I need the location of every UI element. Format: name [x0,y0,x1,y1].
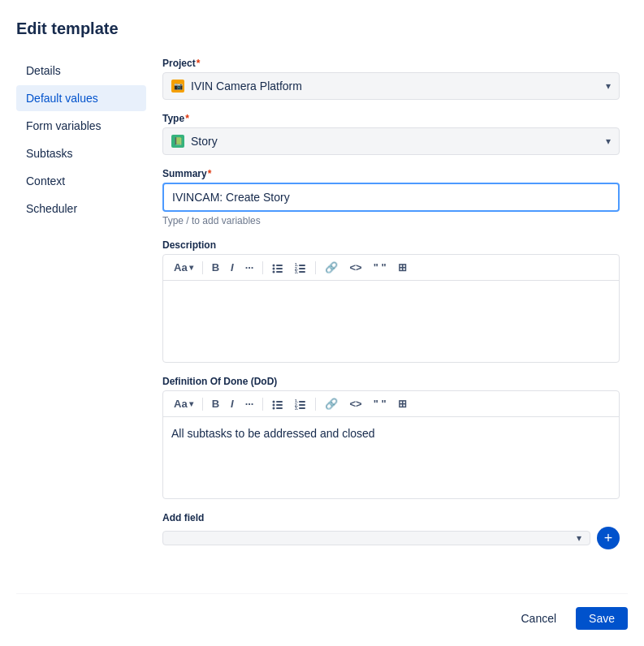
sidebar-item-context[interactable]: Context [16,168,146,194]
dod-toolbar: Aa ▾ B I ··· 1.2.3. [163,391,619,417]
page-title: Edit template [16,19,628,38]
svg-rect-17 [276,407,283,409]
chevron-down-icon: ▾ [577,532,581,544]
description-bullet-list-button[interactable] [268,261,287,275]
toolbar-separator-3 [315,261,316,274]
svg-rect-3 [276,268,283,269]
dod-italic-button[interactable]: I [227,396,238,411]
project-value: IVIN Camera Platform [191,80,302,93]
toolbar-separator-1 [202,261,203,274]
svg-rect-11 [299,271,305,273]
svg-rect-13 [276,401,283,403]
dod-field-group: Definition Of Done (DoD) Aa ▾ B I ··· [162,376,620,499]
svg-rect-5 [276,271,283,273]
dod-quote-button[interactable]: " " [370,396,391,411]
description-ordered-list-button[interactable]: 1.2.3. [291,261,310,275]
project-dropdown[interactable]: 📷 IVIN Camera Platform ▾ [162,72,620,100]
add-field-dropdown[interactable]: ▾ [162,531,590,545]
sidebar-item-scheduler[interactable]: Scheduler [16,196,146,222]
dod-table-button[interactable]: ⊞ [394,396,411,411]
dod-bold-button[interactable]: B [208,396,223,411]
sidebar: Details Default values Form variables Su… [16,58,146,593]
save-button[interactable]: Save [576,607,628,630]
dod-ordered-list-button[interactable]: 1.2.3. [291,397,310,411]
add-field-group: Add field ▾ + [162,512,620,549]
description-bold-button[interactable]: B [208,260,223,275]
dod-toolbar-separator-1 [202,398,203,411]
sidebar-item-form-variables[interactable]: Form variables [16,113,146,139]
summary-field-group: Summary* Type / to add variables [162,168,620,226]
description-table-button[interactable]: ⊞ [394,260,411,275]
type-field-group: Type* 📗 Story ▾ [162,113,620,155]
sidebar-item-default-values[interactable]: Default values [16,85,146,111]
dod-editor: Aa ▾ B I ··· 1.2.3. [162,390,620,499]
description-link-button[interactable]: 🔗 [321,260,342,275]
svg-text:3.: 3. [295,406,299,410]
svg-rect-19 [299,401,305,403]
description-font-button[interactable]: Aa ▾ [170,260,197,275]
description-code-button[interactable]: <> [345,260,365,275]
plus-icon: + [604,530,613,547]
description-body[interactable] [163,281,619,362]
description-quote-button[interactable]: " " [370,260,391,275]
summary-label: Summary* [162,168,620,179]
svg-rect-21 [299,404,305,406]
dod-more-button[interactable]: ··· [241,396,258,411]
type-label: Type* [162,113,620,124]
story-icon: 📗 [171,135,184,148]
description-editor: Aa ▾ B I ··· 1.2.3. [162,254,620,363]
svg-point-2 [273,267,275,269]
svg-rect-1 [276,265,283,266]
description-italic-button[interactable]: I [227,260,238,275]
svg-point-4 [273,270,275,273]
svg-point-14 [273,403,275,406]
dod-bullet-list-button[interactable] [268,397,287,411]
svg-rect-9 [299,268,305,269]
svg-point-16 [273,407,275,409]
svg-rect-23 [299,407,305,409]
chevron-down-icon: ▾ [606,136,611,147]
dod-body[interactable]: All subtasks to be addressed and closed [163,417,619,498]
add-field-button[interactable]: + [597,527,620,549]
description-toolbar: Aa ▾ B I ··· 1.2.3. [163,255,619,281]
dod-toolbar-separator-3 [315,398,316,411]
chevron-down-icon: ▾ [606,80,611,92]
description-field-group: Description Aa ▾ B I ··· [162,239,620,363]
project-icon: 📷 [171,80,184,93]
sidebar-item-subtasks[interactable]: Subtasks [16,140,146,166]
svg-point-0 [273,264,275,266]
dod-link-button[interactable]: 🔗 [321,396,342,411]
svg-rect-7 [299,265,305,266]
add-field-select-wrapper: ▾ [162,531,590,545]
description-more-button[interactable]: ··· [241,260,258,275]
dod-toolbar-separator-2 [262,398,263,411]
svg-point-12 [273,400,275,403]
type-value: Story [191,135,218,148]
description-label: Description [162,239,620,251]
project-label: Project* [162,58,620,69]
summary-hint: Type / to add variables [162,215,620,226]
main-form: Project* 📷 IVIN Camera Platform ▾ Type* [146,58,628,593]
type-dropdown[interactable]: 📗 Story ▾ [162,127,620,155]
form-footer: Cancel Save [16,593,628,630]
cancel-button[interactable]: Cancel [508,607,569,630]
dod-delete-button[interactable]: 🗑 [623,435,628,454]
add-field-label: Add field [162,512,620,523]
dod-font-button[interactable]: Aa ▾ [170,396,197,411]
add-field-wrapper: ▾ + [162,527,620,549]
svg-text:3.: 3. [295,269,299,273]
description-delete-button[interactable]: 🗑 [623,299,628,318]
svg-rect-15 [276,404,283,406]
summary-input[interactable] [162,183,620,212]
description-editor-wrapper: Aa ▾ B I ··· 1.2.3. [162,254,620,363]
dod-label: Definition Of Done (DoD) [162,376,620,387]
project-field-group: Project* 📷 IVIN Camera Platform ▾ [162,58,620,100]
toolbar-separator-2 [262,261,263,274]
dod-code-button[interactable]: <> [345,396,365,411]
sidebar-item-details[interactable]: Details [16,58,146,84]
dod-editor-wrapper: Aa ▾ B I ··· 1.2.3. [162,390,620,499]
